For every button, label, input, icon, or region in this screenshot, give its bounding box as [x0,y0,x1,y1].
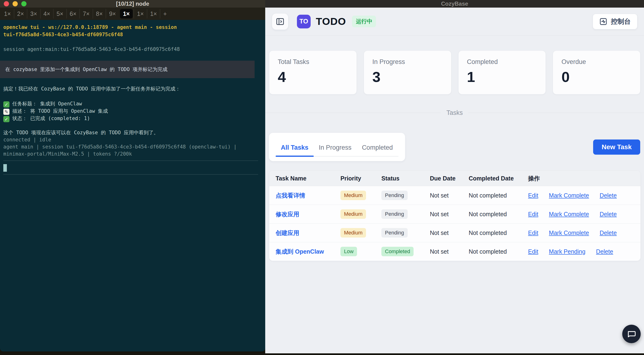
mark-pending-link[interactable]: Mark Pending [549,248,585,255]
tab-all-tasks[interactable]: All Tasks [276,139,314,156]
app-logo: TO [297,15,311,29]
column-header: Status [382,175,430,182]
edit-link[interactable]: Edit [528,211,538,218]
task-name-link[interactable]: 创建应用 [276,229,299,236]
status-badge: Completed [382,247,414,256]
terminal-cursor [3,164,7,172]
edit-link[interactable]: Edit [528,229,538,236]
chat-fab-button[interactable] [622,325,641,343]
memo-emoji-icon: ✎ [3,109,10,115]
app-header: TO TODO 运行中 控制台 [265,8,644,36]
stat-value: 1 [467,69,537,85]
tab-completed[interactable]: Completed [357,139,398,156]
terminal-output: openclaw tui - ws://127.0.0.1:18789 - ag… [0,20,265,175]
mark-complete-link[interactable]: Mark Complete [549,211,589,218]
due-date-cell: Not set [430,248,469,255]
terminal-tab[interactable]: 4× [40,9,54,19]
terminal-tab[interactable]: 6× [66,9,80,19]
terminal-window: [10/12] node 1×2×3×4×5×6×7×8×9×1×1×1×+ o… [0,0,265,351]
delete-link[interactable]: Delete [600,192,617,199]
terminal-session-line: session agent:main:tui-f76d5a8d-5463-4ce… [3,46,262,53]
stat-label: Overdue [562,58,632,66]
actions-cell: EditMark CompleteDelete [528,211,640,218]
app-title: TODO [316,16,346,27]
edit-link[interactable]: Edit [528,192,538,199]
column-header: 操作 [528,175,640,182]
close-window-button[interactable] [4,1,9,7]
terminal-bullet-line: ✓状态： 已完成 (completed: 1) [3,115,262,122]
terminal-tab[interactable]: 3× [27,9,40,19]
column-header: Due Date [430,175,469,182]
priority-cell: Medium [340,191,382,200]
status-cell: Pending [382,191,430,200]
task-filter-tabs-card: All TasksIn ProgressCompleted [269,133,405,161]
delete-link[interactable]: Delete [600,229,617,236]
terminal-tab[interactable]: 1× [120,9,133,19]
priority-cell: Low [340,247,382,256]
delete-link[interactable]: Delete [600,211,617,218]
terminal-bullet-line: ✓任务标题： 集成到 OpenClaw [3,100,262,108]
task-name-cell: 点我看详情 [276,192,340,199]
status-cell: Pending [382,228,430,237]
tasks-table-header: Task NamePriorityStatusDue DateCompleted… [269,171,640,186]
terminal-tab[interactable]: 8× [93,9,106,19]
app-logo-monogram: TO [299,18,308,25]
task-name-link[interactable]: 点我看详情 [276,192,305,199]
column-header: Priority [340,175,382,182]
terminal-tab[interactable]: 7× [80,9,93,19]
terminal-tab[interactable]: 5× [53,9,66,19]
stat-value: 3 [372,69,443,85]
status-badge: Pending [382,228,408,237]
stat-card: Completed1 [458,51,546,95]
status-badge: Pending [382,191,408,200]
terminal-tab[interactable]: 2× [14,9,27,19]
mark-complete-link[interactable]: Mark Complete [549,229,589,236]
due-date-cell: Not set [430,211,469,218]
mark-complete-link[interactable]: Mark Complete [549,192,589,199]
edit-link[interactable]: Edit [528,248,538,255]
status-badge: Pending [382,209,408,219]
console-button-label: 控制台 [611,17,631,26]
stat-card: Total Tasks4 [269,51,357,95]
stat-label: In Progress [372,58,443,66]
priority-badge: Medium [340,228,366,237]
actions-cell: EditMark CompleteDelete [528,192,640,199]
terminal-status-block: 这个 TODO 项现在应该可以在 CozyBase 的 TODO 应用中看到了。… [3,129,262,158]
tasks-toolbar: All TasksIn ProgressCompleted New Task [265,133,644,161]
stat-value: 4 [278,69,348,85]
new-terminal-tab-button[interactable]: + [160,9,170,19]
panel-toggle-icon [276,17,284,26]
zoom-window-button[interactable] [21,1,26,7]
sidebar-toggle-button[interactable] [272,13,288,30]
terminal-tab[interactable]: 9× [106,9,119,19]
priority-cell: Medium [340,228,382,237]
stat-label: Total Tasks [278,58,348,66]
activity-icon [599,18,607,26]
task-name-link[interactable]: 修改应用 [276,211,299,217]
terminal-input-divider [3,161,258,161]
tab-in-progress[interactable]: In Progress [314,139,357,156]
stat-card: In Progress3 [364,51,452,95]
terminal-reply-bullets: ✓任务标题： 集成到 OpenClaw✎描述： 将 TODO 应用与 OpenC… [3,100,262,122]
minimize-window-button[interactable] [12,1,18,7]
new-task-button[interactable]: New Task [593,140,640,155]
terminal-window-title: [10/12] node [0,1,265,7]
table-row: 集成到 OpenClawLowCompletedNot setNot compl… [269,242,640,261]
traffic-lights [4,1,26,7]
terminal-tab[interactable]: 1× [134,9,147,19]
task-name-link[interactable]: 集成到 OpenClaw [276,248,324,255]
table-row: 创建应用MediumPendingNot setNot completedEdi… [269,223,640,242]
console-button[interactable]: 控制台 [593,14,638,29]
terminal-tab[interactable]: 1× [147,9,160,19]
terminal-tab[interactable]: 1× [1,9,14,19]
check-emoji-icon: ✓ [3,101,10,108]
completed-date-cell: Not completed [469,229,528,236]
stat-label: Completed [467,58,537,66]
stat-value: 0 [562,69,632,85]
cozybase-titlebar: CozyBase [265,0,644,8]
actions-cell: EditMark CompleteDelete [528,229,640,236]
delete-link[interactable]: Delete [596,248,613,255]
due-date-cell: Not set [430,192,469,199]
stats-row: Total Tasks4In Progress3Completed1Overdu… [265,36,644,95]
terminal-input-line[interactable] [3,164,262,172]
